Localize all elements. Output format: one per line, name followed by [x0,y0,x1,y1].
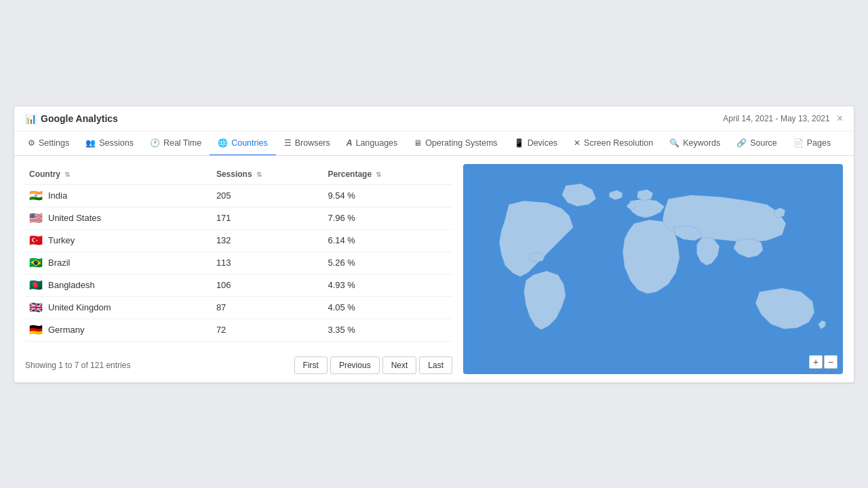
country-cell: 🇺🇸 United States [25,207,212,229]
countries-icon: 🌐 [218,138,228,148]
col-percentage[interactable]: Percentage ⇅ [323,164,452,185]
table-row: 🇩🇪 Germany 723.35 % [25,319,452,341]
analytics-icon: 📊 [25,113,37,124]
map-controls: + − [809,355,837,369]
analytics-widget: 📊 Google Analytics April 14, 2021 - May … [14,106,854,383]
country-name: Germany [48,325,84,335]
country-cell: 🇧🇩 Bangladesh [25,274,212,296]
table-header-row: Country ⇅ Sessions ⇅ Percentage ⇅ [25,164,452,185]
widget-title-text: Google Analytics [41,113,118,124]
country-name: United Kingdom [48,302,111,312]
realtime-icon: 🕐 [150,138,160,148]
sessions-cell: 132 [212,229,324,251]
languages-icon: A [347,138,353,148]
date-range: April 14, 2021 - May 13, 2021 [723,114,829,123]
countries-table: Country ⇅ Sessions ⇅ Percentage ⇅ 🇮🇳 Ind… [25,164,452,342]
country-cell: 🇹🇷 Turkey [25,229,212,251]
percentage-cell: 3.35 % [323,319,452,341]
tab-languages[interactable]: A Languages [338,131,406,156]
sort-country-icon: ⇅ [64,171,70,178]
tab-source[interactable]: 🔗 Source [728,131,785,156]
percentage-cell: 5.26 % [323,251,452,274]
zoom-in-button[interactable]: + [809,355,823,369]
previous-button[interactable]: Previous [330,357,380,374]
last-button[interactable]: Last [419,357,452,374]
pages-icon: 📄 [793,138,804,148]
tab-realtime[interactable]: 🕐 Real Time [142,131,210,156]
widget-title: 📊 Google Analytics [25,113,118,124]
table-row: 🇮🇳 India 2059.54 % [25,184,452,207]
table-row: 🇧🇩 Bangladesh 1064.93 % [25,274,452,296]
table-row: 🇹🇷 Turkey 1326.14 % [25,229,452,251]
widget-header: 📊 Google Analytics April 14, 2021 - May … [14,106,854,131]
country-name: Bangladesh [48,280,95,290]
percentage-cell: 9.54 % [323,184,452,207]
country-cell: 🇬🇧 United Kingdom [25,296,212,319]
devices-icon: 📱 [514,138,524,148]
first-button[interactable]: First [294,357,328,374]
percentage-cell: 4.93 % [323,274,452,296]
sessions-cell: 106 [212,274,324,296]
map-svg [463,164,843,374]
zoom-out-button[interactable]: − [824,355,837,369]
country-flag: 🇬🇧 [29,302,43,313]
showing-text: Showing 1 to 7 of 121 entries [25,361,130,370]
os-icon: 🖥 [414,138,422,148]
tab-pages-label: Pages [807,138,831,148]
widget-body: Country ⇅ Sessions ⇅ Percentage ⇅ 🇮🇳 Ind… [14,156,854,382]
col-sessions[interactable]: Sessions ⇅ [212,164,324,185]
tab-countries-label: Countries [231,138,268,148]
tab-sessions[interactable]: 👥 Sessions [77,131,142,156]
country-flag: 🇹🇷 [29,235,43,246]
next-button[interactable]: Next [382,357,417,374]
tab-browsers[interactable]: ☰ Browsers [276,131,338,156]
col-country[interactable]: Country ⇅ [25,164,212,185]
sessions-cell: 205 [212,184,324,207]
sessions-cell: 171 [212,207,324,229]
country-name: Turkey [48,235,75,245]
tab-keywords-label: Keywords [683,138,720,148]
table-row: 🇺🇸 United States 1717.96 % [25,207,452,229]
table-row: 🇧🇷 Brazil 1135.26 % [25,251,452,274]
tab-settings[interactable]: ⚙ Settings [20,131,77,156]
tab-screen-resolution[interactable]: ✕ Screen Resolution [566,131,661,156]
tab-operating-systems[interactable]: 🖥 Operating Systems [406,131,505,156]
pagination-buttons: First Previous Next Last [294,357,452,374]
tab-keywords[interactable]: 🔍 Keywords [661,131,728,156]
percentage-cell: 6.14 % [323,229,452,251]
country-flag: 🇧🇷 [29,258,43,268]
sort-sessions-icon: ⇅ [256,171,262,178]
world-map: + − [463,164,843,374]
sessions-cell: 87 [212,296,324,319]
table-body: 🇮🇳 India 2059.54 % 🇺🇸 United States 1717… [25,184,452,341]
settings-icon: ⚙ [28,138,35,148]
tab-sessions-label: Sessions [99,138,134,148]
browsers-icon: ☰ [284,138,292,148]
tab-os-label: Operating Systems [425,138,497,148]
tab-devices[interactable]: 📱 Devices [506,131,566,156]
table-row: 🇬🇧 United Kingdom 874.05 % [25,296,452,319]
keywords-icon: 🔍 [669,138,679,148]
tab-languages-label: Languages [355,138,397,148]
country-flag: 🇧🇩 [29,280,43,291]
tab-source-label: Source [750,138,777,148]
close-button[interactable]: × [837,113,843,124]
source-icon: 🔗 [736,138,747,148]
sessions-cell: 72 [212,319,324,341]
country-name: United States [48,213,101,223]
country-cell: 🇧🇷 Brazil [25,251,212,274]
sort-percentage-icon: ⇅ [376,171,381,178]
table-section: Country ⇅ Sessions ⇅ Percentage ⇅ 🇮🇳 Ind… [25,164,452,374]
country-flag: 🇺🇸 [29,213,43,224]
tab-pages[interactable]: 📄 Pages [785,131,839,156]
country-flag: 🇮🇳 [29,190,43,201]
tab-browsers-label: Browsers [295,138,330,148]
country-name: Brazil [48,258,71,268]
resolution-icon: ✕ [574,138,580,148]
tab-countries[interactable]: 🌐 Countries [210,131,276,156]
tab-resolution-label: Screen Resolution [584,138,653,148]
country-flag: 🇩🇪 [29,325,43,336]
tab-devices-label: Devices [528,138,557,148]
sessions-icon: 👥 [85,138,96,148]
tab-settings-label: Settings [39,138,69,148]
